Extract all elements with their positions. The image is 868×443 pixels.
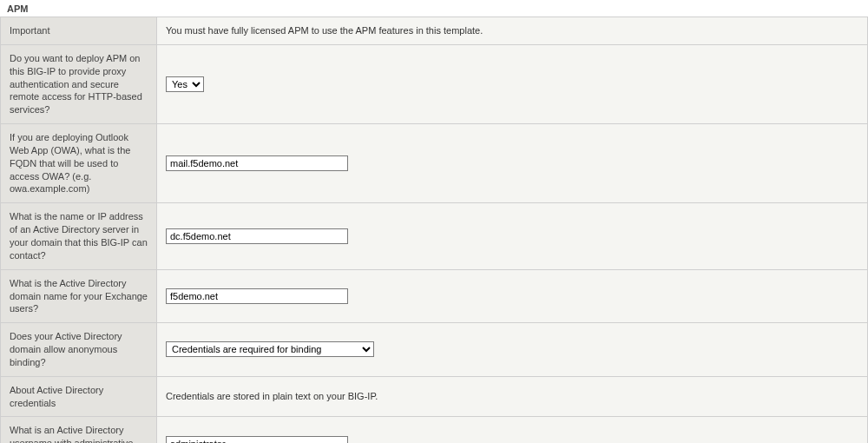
row-important: Important You must have fully licensed A… xyxy=(1,17,868,45)
row-ad-domain: What is the Active Directory domain name… xyxy=(1,269,868,323)
row-ad-server: What is the name or IP address of an Act… xyxy=(1,203,868,269)
label-ad-server: What is the name or IP address of an Act… xyxy=(1,203,157,269)
row-creds-note: About Active Directory credentials Crede… xyxy=(1,376,868,417)
ad-server-input[interactable] xyxy=(166,228,348,244)
row-anon-bind: Does your Active Directory domain allow … xyxy=(1,323,868,377)
owa-fqdn-input[interactable] xyxy=(166,155,348,171)
label-ad-username: What is an Active Directory username wit… xyxy=(1,417,157,443)
label-ad-domain: What is the Active Directory domain name… xyxy=(1,269,157,323)
ad-domain-input[interactable] xyxy=(166,288,348,304)
text-creds-note: Credentials are stored in plain text on … xyxy=(157,376,868,417)
anon-bind-select[interactable]: Credentials are required for binding xyxy=(166,341,374,357)
section-title: APM xyxy=(0,0,868,17)
row-ad-username: What is an Active Directory username wit… xyxy=(1,417,868,443)
label-owa-fqdn: If you are deploying Outlook Web App (OW… xyxy=(1,124,157,203)
deploy-apm-select[interactable]: Yes xyxy=(166,76,204,92)
label-creds-note: About Active Directory credentials xyxy=(1,376,157,417)
apm-form-table: Important You must have fully licensed A… xyxy=(0,17,868,443)
row-deploy-apm: Do you want to deploy APM on this BIG-IP… xyxy=(1,44,868,123)
label-deploy-apm: Do you want to deploy APM on this BIG-IP… xyxy=(1,44,157,123)
label-anon-bind: Does your Active Directory domain allow … xyxy=(1,323,157,377)
label-important: Important xyxy=(1,17,157,45)
ad-username-input[interactable] xyxy=(166,436,348,443)
text-important: You must have fully licensed APM to use … xyxy=(157,17,868,45)
row-owa-fqdn: If you are deploying Outlook Web App (OW… xyxy=(1,124,868,203)
